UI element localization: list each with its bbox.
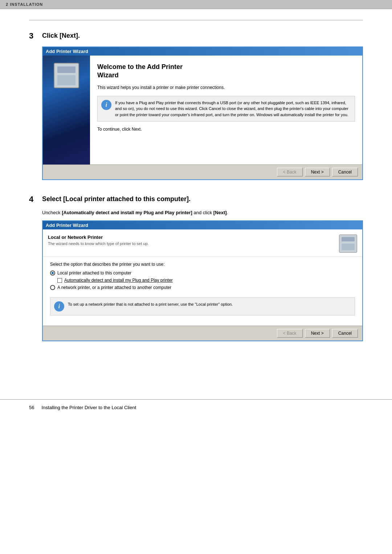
- step4-content-area: Select the option that describes the pri…: [43, 257, 362, 326]
- step3-back-button[interactable]: < Back: [277, 168, 303, 176]
- step4-radio-network: A network printer, or a printer attached…: [50, 285, 355, 290]
- step3-right-panel: Welcome to the Add PrinterWizard This wi…: [90, 56, 362, 164]
- step4-section: 4 Select [Local printer attached to this…: [29, 195, 363, 341]
- step3-title: Click [Next].: [42, 31, 80, 40]
- step4-wizard-header-subtitle: The wizard needs to know which type of p…: [48, 241, 339, 246]
- step3-wizard-titlebar: Add Printer Wizard: [43, 47, 362, 56]
- step4-next-button[interactable]: Next >: [305, 329, 330, 338]
- step4-radio-network-label: A network printer, or a printer attached…: [57, 285, 171, 290]
- step3-info-text: If you have a Plug and Play printer that…: [115, 100, 351, 118]
- step4-radio-local-label: Local printer attached to this computer: [57, 270, 131, 276]
- step3-left-panel: [43, 56, 90, 164]
- step4-cancel-button[interactable]: Cancel: [332, 329, 358, 338]
- step4-subtitle-post: and click: [192, 210, 213, 215]
- step3-next-button[interactable]: Next >: [305, 168, 330, 176]
- page-footer: 56 Installing the Printer Driver to the …: [0, 399, 392, 415]
- step4-info-icon: i: [54, 301, 64, 311]
- step4-info-box: i To set up a network printer that is no…: [50, 297, 355, 315]
- step3-continue-text: To continue, click Next.: [97, 127, 355, 132]
- footer-page-number: 56: [29, 405, 34, 410]
- step4-number: 4: [29, 195, 42, 204]
- step3-wizard-dialog: Add Printer Wizard Welcome to the Add Pr…: [42, 46, 363, 180]
- step4-wizard-header-title: Local or Network Printer: [48, 235, 339, 240]
- step4-printer-icon: [339, 235, 357, 253]
- step4-back-button[interactable]: < Back: [277, 329, 303, 338]
- step3-cancel-button[interactable]: Cancel: [332, 168, 358, 176]
- step4-title: Select [Local printer attached to this c…: [42, 195, 191, 203]
- step4-radio-local-btn[interactable]: [50, 270, 55, 276]
- header-label: 2 INSTALLATION: [6, 2, 43, 7]
- step3-printer-icon: [54, 63, 79, 88]
- step3-button-bar: < Back Next > Cancel: [43, 164, 362, 179]
- step3-number: 3: [29, 31, 42, 41]
- step4-subtitle-bold: [Automatically detect and install my Plu…: [62, 210, 192, 215]
- step4-checkbox-autodetect: Automatically detect and install my Plug…: [57, 278, 355, 283]
- step4-subtitle-end: .: [227, 210, 228, 215]
- step3-description: This wizard helps you install a printer …: [97, 84, 355, 91]
- step3-info-icon: i: [101, 100, 111, 110]
- step4-option-label: Select the option that describes the pri…: [50, 262, 355, 267]
- step4-radio-local: Local printer attached to this computer: [50, 270, 355, 276]
- step4-wizard-titlebar: Add Printer Wizard: [43, 221, 362, 229]
- step3-wizard-body: Welcome to the Add PrinterWizard This wi…: [43, 56, 362, 164]
- step4-wizard-header-row: Local or Network Printer The wizard need…: [43, 229, 362, 257]
- footer-text: Installing the Printer Driver to the Loc…: [41, 405, 136, 410]
- step4-subtitle-bold2: [Next]: [213, 210, 227, 215]
- step4-checkbox-autodetect-label: Automatically detect and install my Plug…: [64, 278, 173, 283]
- step4-button-bar: < Back Next > Cancel: [43, 326, 362, 341]
- step4-radio-network-btn[interactable]: [50, 285, 55, 290]
- step3-header: 3 Click [Next].: [29, 31, 363, 41]
- step4-header: 4 Select [Local printer attached to this…: [29, 195, 363, 204]
- step4-wizard-dialog: Add Printer Wizard Local or Network Prin…: [42, 220, 363, 341]
- step4-wizard-header-text: Local or Network Printer The wizard need…: [48, 235, 339, 246]
- step4-info-text: To set up a network printer that is not …: [68, 301, 233, 307]
- main-content: 3 Click [Next]. Add Printer Wizard Welco…: [0, 9, 392, 370]
- step4-subtitle: Uncheck [Automatically detect and instal…: [42, 210, 363, 215]
- top-divider: [29, 20, 363, 20]
- step3-info-box: i If you have a Plug and Play printer th…: [97, 96, 355, 122]
- step3-section: 3 Click [Next]. Add Printer Wizard Welco…: [29, 31, 363, 180]
- step4-checkbox-autodetect-btn[interactable]: [57, 278, 62, 283]
- step4-subtitle-pre: Uncheck: [42, 210, 62, 215]
- step3-welcome-title: Welcome to the Add PrinterWizard: [97, 63, 355, 80]
- header-bar: 2 INSTALLATION: [0, 0, 392, 9]
